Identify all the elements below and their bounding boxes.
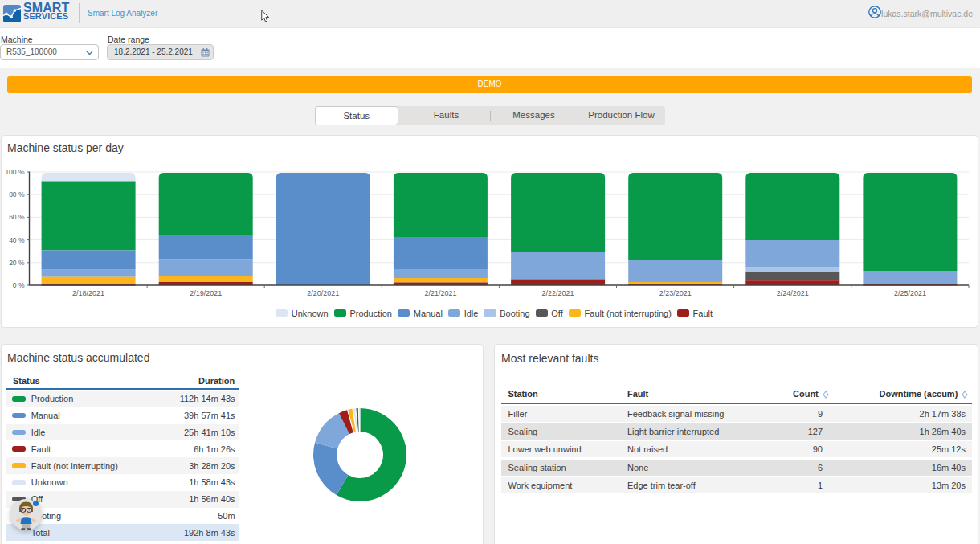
svg-text:2/25/2021: 2/25/2021 [894,289,926,297]
svg-text:80 %: 80 % [9,190,25,198]
svg-text:2/18/2021: 2/18/2021 [72,289,104,297]
svg-text:2/19/2021: 2/19/2021 [190,289,222,297]
svg-text:2/23/2021: 2/23/2021 [659,289,692,297]
svg-text:2/24/2021: 2/24/2021 [777,289,809,297]
svg-text:2/22/2021: 2/22/2021 [542,289,574,297]
svg-text:60 %: 60 % [9,213,25,221]
svg-text:2/21/2021: 2/21/2021 [424,289,456,297]
svg-text:20 %: 20 % [9,259,25,267]
svg-text:2/20/2021: 2/20/2021 [307,289,339,297]
svg-text:40 %: 40 % [9,236,25,244]
svg-text:100 %: 100 % [5,168,25,176]
svg-text:0 %: 0 % [13,281,25,289]
